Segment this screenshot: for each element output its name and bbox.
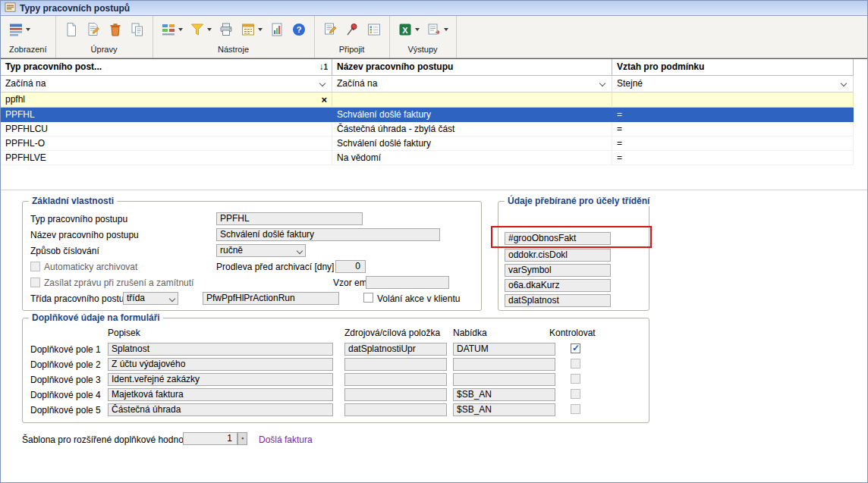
grouping-icon [161,22,176,37]
popisek-field[interactable]: Z účtu výdajového [108,358,333,371]
attachments-list-button[interactable] [366,21,382,38]
document-export-button[interactable] [426,21,449,38]
filter-dropdown-nazev[interactable]: Začíná na [332,76,612,93]
sorting-field[interactable]: datSplatnost [505,294,611,307]
svg-text:?: ? [296,25,301,34]
cell-nazev: Na vědomí [332,151,612,165]
zpusob-cislovani-label: Způsob číslování [30,246,99,256]
popisek-field[interactable]: Majetková faktura [108,388,333,401]
cell-vztah: = [612,136,854,151]
cell-nazev: Schválení došlé faktury [332,108,612,122]
trida-postupu-label: Třída pracovního postupu [30,293,134,304]
nabidka-field[interactable] [453,358,555,371]
filter-mode-label: Začíná na [337,78,377,89]
kontrolovat-checkbox[interactable] [571,374,580,384]
groupbox-title: Základní vlastnosti [29,196,117,206]
delete-record-button[interactable] [107,21,124,38]
sablona-picker-button[interactable]: ▪ [237,432,247,445]
search-input-typ[interactable]: ppfhl × [1,93,332,108]
extra-row-label: Doplňkové pole 3 [30,375,101,385]
search-value: ppfhl [5,94,25,105]
copy-record-button[interactable] [129,21,146,38]
view-options-button[interactable] [8,21,31,38]
column-header-nazev[interactable]: Název pracovního postupu [332,59,612,76]
groupbox-sorting-data: Údaje přebírané pro účely třídění #grooO… [498,201,649,311]
table-row[interactable]: PPFHL Schválení došlé faktury = [1,108,868,122]
help-button[interactable]: ? [291,21,307,38]
sorting-field[interactable]: varSymbol [505,264,611,277]
sort-indicator[interactable]: ↓1 [319,59,328,75]
toolbar-group-upravy: Úpravy [56,16,153,58]
help-icon: ? [291,22,307,37]
zdroj-field[interactable] [344,403,447,416]
trida-combo[interactable]: třída [123,292,178,305]
table-row[interactable]: PPFHL-O Schválení došlé faktury = [1,136,868,151]
chevron-down-icon [169,296,175,302]
search-input-nazev[interactable] [332,93,612,108]
nabidka-field[interactable]: $SB_AN [453,403,555,416]
sorting-field[interactable]: o6a.dkaKurz [505,279,611,292]
nabidka-field[interactable] [453,373,555,386]
column-header-vztah[interactable]: Vztah pro podmínku [612,59,854,76]
excel-export-button[interactable]: X [397,21,420,38]
schedule-button[interactable] [240,21,263,38]
report-button[interactable] [269,21,285,38]
nazev-postupu-field[interactable]: Schválení došlé faktury [216,228,440,241]
cell-typ: PPFHLVE [1,151,332,165]
zdroj-field[interactable] [344,358,447,371]
kontrolovat-checkbox[interactable] [571,404,580,414]
filter-dropdown-typ[interactable]: Začíná na [1,76,332,93]
toolbar-group-label: Úpravy [63,42,146,56]
table-row[interactable]: PPFHLVE Na vědomí = [1,151,868,165]
filter-button[interactable] [189,21,212,38]
zdroj-field[interactable]: datSplatnostiUpr [344,343,447,356]
volani-akce-checkbox[interactable] [363,293,373,303]
prodleva-field[interactable]: 0 [335,260,366,273]
grouping-button[interactable] [160,21,184,38]
typ-postupu-field[interactable]: PPFHL [216,212,363,225]
grid-header-row: Typ pracovního post... ↓1 Název pracovní… [1,59,868,76]
kontrolovat-checkbox[interactable] [571,389,580,399]
column-header-typ[interactable]: Typ pracovního post... ↓1 [1,59,332,76]
trida-class-field[interactable]: PfwPpfHlPrActionRun [203,292,339,305]
kontrolovat-checkbox[interactable] [571,343,580,353]
new-record-button[interactable] [63,21,80,38]
popisek-field[interactable]: Splatnost [108,343,333,356]
sorting-field[interactable]: oddokr.cisDokl [505,249,611,262]
filter-dropdown-vztah[interactable]: Stejné [612,76,854,93]
edit-record-icon [86,22,101,37]
print-button[interactable] [218,21,234,38]
edit-record-button[interactable] [85,21,102,38]
nabidka-field[interactable]: $SB_AN [453,388,555,401]
attach-note-icon [322,22,338,37]
nabidka-field[interactable]: DATUM [453,343,555,356]
filter-mode-label: Začíná na [5,78,46,89]
cell-vztah: = [612,151,854,165]
search-input-vztah[interactable] [612,93,854,108]
title-bar: Typy pracovních postupů [1,1,867,16]
zpusob-cislovani-combo[interactable]: ručně [216,244,306,257]
vzor-emailu-field[interactable] [366,276,449,289]
cell-typ: PPFHL [1,108,332,122]
cell-typ: PPFHLCU [1,122,332,136]
automaticky-archivovat-checkbox[interactable] [30,262,40,271]
kontrolovat-checkbox[interactable] [571,359,580,369]
column-header-label: Typ pracovního post... [5,61,102,72]
col-header-nabidka: Nabídka [453,328,487,338]
sablona-template-link[interactable]: Došlá faktura [259,434,313,445]
attach-note-button[interactable] [322,21,338,38]
popisek-field[interactable]: Částečná úhrada [108,403,333,416]
toolbar: Zobrazení Úpravy [1,16,867,58]
zdroj-field[interactable] [344,373,447,386]
sablona-number-field[interactable]: 1 [183,432,237,445]
dropdown-arrow-icon [207,28,212,31]
toolbar-group-pripojit: Připojit [315,16,390,58]
popisek-field[interactable]: Ident.veřejné zakázky [108,373,333,386]
clear-search-icon[interactable]: × [321,93,327,107]
sorting-field[interactable]: #grooObnosFakt [505,232,611,245]
pin-icon [344,22,360,37]
zasilat-zpravu-checkbox[interactable] [30,278,40,287]
pin-button[interactable] [344,21,360,38]
table-row[interactable]: PPFHLCU Částečná úhrada - zbylá část = [1,122,868,136]
zdroj-field[interactable] [344,388,447,401]
